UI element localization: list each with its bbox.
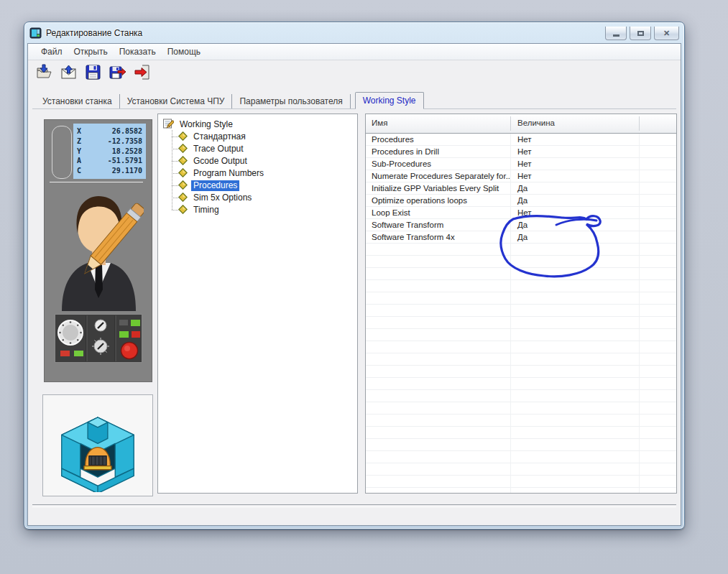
table-row[interactable]: Optimize operations loopsДа <box>366 195 676 207</box>
exit-button[interactable] <box>132 63 152 82</box>
floppy-disk-export-icon <box>109 63 126 81</box>
machine-preview-panel: X26.8582Z-12.7358Y18.2528A-51.5791C29.11… <box>44 119 152 382</box>
table-cell-value <box>510 427 639 438</box>
table-cell-name: Software Transform <box>366 219 510 231</box>
table-cell-value: Нет <box>510 207 639 218</box>
tree-item-timing[interactable]: Timing <box>158 204 357 216</box>
save-button[interactable] <box>83 63 103 82</box>
menu-item-file[interactable]: Файл <box>35 45 68 58</box>
table-row[interactable]: ProceduresНет <box>366 134 676 146</box>
table-cell-name <box>366 476 510 487</box>
import-button[interactable] <box>59 63 78 82</box>
tree-item-procedures[interactable]: Procedures <box>158 180 357 192</box>
menu-item-show[interactable]: Показать <box>114 45 162 58</box>
table-cell-name <box>366 317 510 328</box>
table-row[interactable]: Numerate Procedures Separately for...Нет <box>366 170 676 182</box>
table-row-empty <box>366 292 676 305</box>
bottom-separator <box>32 504 676 507</box>
dro-axis-row: X26.8582 <box>77 126 142 136</box>
table-row[interactable]: Procedures in DrillНет <box>366 146 676 158</box>
table-cell-name <box>366 280 510 292</box>
column-header-value[interactable]: Величина <box>517 119 555 127</box>
maximize-icon <box>637 31 644 36</box>
table-row-empty <box>366 439 676 451</box>
table-cell-value: Да <box>510 182 639 194</box>
maximize-button[interactable] <box>630 27 651 40</box>
table-cell-value <box>510 292 639 304</box>
diamond-icon <box>178 156 188 167</box>
table-cell-name <box>366 378 510 389</box>
panel-separator <box>50 182 143 182</box>
window-title: Редактирование Станка <box>46 28 142 38</box>
table-cell-name <box>366 244 510 255</box>
toolbar <box>28 60 681 84</box>
menu-item-help[interactable]: Помощь <box>162 45 206 58</box>
load-from-file-button[interactable] <box>34 63 54 82</box>
table-row-empty <box>366 244 676 256</box>
column-divider[interactable] <box>510 116 511 131</box>
column-header-name[interactable]: Имя <box>372 119 387 127</box>
tab-user-parameters[interactable]: Параметры пользователя <box>232 94 350 108</box>
tree-item-program-numbers[interactable]: Program Numbers <box>158 167 357 180</box>
diamond-icon <box>178 131 188 143</box>
dro-axis-row: Y18.2528 <box>77 147 142 157</box>
dro-axis-value: -12.7358 <box>108 136 142 147</box>
table-cell-name <box>366 268 510 279</box>
table-cell-name <box>366 329 510 341</box>
table-cell-name: Sub-Procedures <box>366 158 510 170</box>
table-row-empty <box>366 415 676 427</box>
table-row-empty <box>366 268 676 280</box>
table-cell-value: Нет <box>510 170 639 182</box>
window-controls: ✕ <box>605 21 679 40</box>
tab-machine-settings[interactable]: Установки станка <box>35 94 120 108</box>
table-cell-value <box>510 476 639 487</box>
table-row-empty <box>366 378 676 390</box>
table-row[interactable]: Loop ExistНет <box>366 207 676 219</box>
table-cell-name: Optimize operations loops <box>366 195 510 206</box>
table-cell-name: Numerate Procedures Separately for... <box>366 170 510 182</box>
dro-axis-row: C29.1170 <box>77 166 142 176</box>
save-as-button[interactable] <box>108 63 127 82</box>
dro-axis-row: A-51.5791 <box>77 156 142 166</box>
table-row[interactable]: Software TransformДа <box>366 219 676 231</box>
dro-axis-value: 29.1170 <box>112 166 142 176</box>
menu-item-open[interactable]: Открыть <box>68 45 114 58</box>
tree-root-label: Working Style <box>178 119 235 130</box>
properties-table-panel: Имя Величина ProceduresНетProcedures in … <box>365 114 677 494</box>
table-cell-name <box>366 451 510 463</box>
table-cell-name <box>366 402 510 414</box>
table-cell-value <box>510 244 639 255</box>
tree-item-стандартная[interactable]: Стандартная <box>158 131 357 143</box>
table-row[interactable]: Software Transform 4xДа <box>366 231 676 244</box>
table-cell-name: Software Transform 4x <box>366 231 510 243</box>
table-row[interactable]: Sub-ProceduresНет <box>366 158 676 170</box>
tab-working-style[interactable]: Working Style <box>355 92 424 109</box>
tree-item-trace-output[interactable]: Trace Output <box>158 143 357 155</box>
table-row-empty <box>366 463 676 476</box>
minimize-button[interactable] <box>605 27 627 40</box>
table-cell-value <box>510 353 639 365</box>
tree-root-working-style[interactable]: Working Style <box>158 118 357 131</box>
diamond-icon <box>178 168 188 180</box>
table-row[interactable]: Initialize GPP Variables Every SplitДа <box>366 182 676 195</box>
table-cell-value: Нет <box>510 134 639 145</box>
column-divider[interactable] <box>639 116 640 131</box>
table-cell-value: Да <box>510 219 639 231</box>
tab-cnc-system-settings[interactable]: Установки Система ЧПУ <box>120 94 233 108</box>
dro-axis-value: -51.5791 <box>108 156 142 166</box>
notepad-pencil-icon <box>162 118 174 131</box>
table-cell-value <box>510 341 639 353</box>
title-bar[interactable]: Редактирование Станка ✕ <box>24 22 684 43</box>
table-cell-value <box>510 256 639 267</box>
table-cell-name <box>366 439 510 450</box>
diamond-icon <box>178 193 188 204</box>
table-cell-value <box>510 366 639 377</box>
tree-item-sim-5x-options[interactable]: Sim 5x Options <box>158 192 357 204</box>
folder-open-down-arrow-icon <box>35 63 53 81</box>
dro-axis-letter: X <box>77 126 81 136</box>
tree-item-gcode-output[interactable]: Gcode Output <box>158 155 357 167</box>
table-row-empty <box>366 329 676 341</box>
table-cell-value <box>510 415 639 426</box>
close-button[interactable]: ✕ <box>654 27 679 40</box>
table-cell-name <box>366 463 510 475</box>
